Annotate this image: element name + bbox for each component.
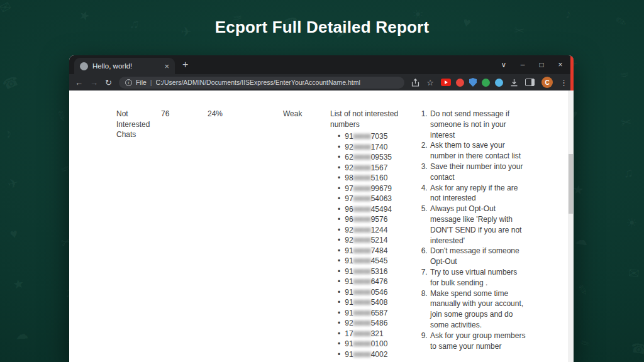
masked-digits: 88888	[353, 152, 371, 163]
tab-favicon-icon	[80, 62, 88, 70]
phone-number-item: 968888845494	[338, 204, 420, 215]
tip-item: Always put Opt-Out message like 'Reply w…	[430, 204, 526, 246]
scrollbar-thumb[interactable]	[569, 154, 573, 214]
phone-number-item: 91888886476	[338, 277, 420, 287]
phone-number-item: 91888887035	[338, 131, 420, 142]
numbers-column: List of not interested numbers 918888870…	[330, 109, 420, 359]
phone-number-item: 91888886587	[338, 308, 420, 319]
row-percent-cell: 24%	[208, 109, 283, 119]
phone-number-item: 91888884002	[338, 349, 420, 360]
masked-digits: 88888	[353, 339, 371, 349]
masked-digits: 88888	[353, 266, 371, 277]
phone-number-item: 628888809535	[338, 152, 420, 163]
green-extension-icon[interactable]	[482, 79, 490, 87]
new-tab-button[interactable]: +	[175, 55, 196, 74]
masked-digits: 88888	[353, 194, 371, 204]
bookmark-star-icon[interactable]: ☆	[426, 79, 434, 87]
masked-digits: 88888	[353, 142, 371, 153]
address-bar[interactable]: i File | C:/Users/ADMIN/Documents/IISExp…	[119, 77, 404, 89]
downloads-icon[interactable]	[510, 79, 518, 87]
phone-number-item: 91888880100	[338, 339, 420, 349]
url-scheme-label: File	[136, 79, 147, 86]
phone-number-item: 92888885486	[338, 318, 420, 329]
numbers-list-title: List of not interested numbers	[330, 109, 409, 129]
tab-close-button[interactable]: ×	[164, 62, 169, 70]
masked-digits: 88888	[353, 184, 371, 194]
masked-digits: 88888	[353, 173, 371, 184]
tab-title: Hello, world!	[92, 62, 160, 70]
phone-number-item: 91888884545	[338, 256, 420, 266]
masked-digits: 88888	[353, 318, 371, 329]
page-title: Ecport Full Detailed Report	[0, 18, 644, 37]
phone-number-item: 92888881567	[338, 163, 420, 173]
close-button[interactable]: ×	[551, 60, 570, 69]
phone-number-item: 91888885316	[338, 266, 420, 277]
reload-button[interactable]: ↻	[105, 79, 112, 87]
row-label-cell: Not Interested Chats	[116, 109, 161, 140]
back-button[interactable]: ←	[75, 79, 83, 87]
phone-number-item: 92888881740	[338, 142, 420, 153]
tips-list: Do not send message if someone is not in…	[420, 109, 526, 351]
forward-button[interactable]: →	[90, 79, 98, 87]
profile-avatar[interactable]: C	[541, 77, 553, 88]
tip-item: Don't message if someone Opt-Out	[430, 246, 526, 267]
page-info-icon[interactable]: i	[125, 79, 132, 86]
phone-number-item: 91888887484	[338, 246, 420, 256]
masked-digits: 88888	[353, 235, 371, 246]
browser-window: Hello, world! × + ∨ – □ × ← → ↻ i File |…	[69, 55, 574, 362]
masked-digits: 88888	[353, 163, 371, 173]
numbers-list: 9188888703592888881740628888809535928888…	[330, 131, 420, 359]
row-count-cell: 76	[161, 109, 208, 119]
maximize-button[interactable]: □	[532, 60, 551, 69]
row-strength-cell: Weak	[283, 109, 330, 119]
phone-number-item: 978888854063	[338, 194, 420, 204]
browser-toolbar: ← → ↻ i File | C:/Users/ADMIN/Documents/…	[69, 74, 574, 90]
report-page: Not Interested Chats 76 24% Weak List of…	[69, 90, 574, 362]
masked-digits: 88888	[353, 225, 371, 236]
phone-number-item: 96888889576	[338, 214, 420, 225]
extensions-cluster	[441, 78, 503, 87]
tip-item: Try to use virtual numbers for bulk send…	[430, 267, 526, 288]
masked-digits: 88888	[353, 246, 371, 256]
masked-digits: 88888	[353, 349, 371, 360]
phone-number-item: 978888899679	[338, 184, 420, 194]
teal-extension-icon[interactable]	[495, 79, 503, 87]
side-panel-icon[interactable]	[525, 79, 535, 86]
phone-number-item: 92888881244	[338, 225, 420, 236]
tips-column: Do not send message if someone is not in…	[420, 109, 526, 351]
masked-digits: 88888	[353, 329, 371, 339]
red-edge-strip	[570, 55, 574, 90]
phone-number-item: 98888885160	[338, 173, 420, 184]
red-extension-icon[interactable]	[456, 79, 464, 87]
phone-number-item: 91888885408	[338, 297, 420, 308]
masked-digits: 88888	[353, 214, 371, 225]
phone-number-item: 1788888321	[338, 329, 420, 339]
url-separator: |	[150, 79, 152, 86]
page-scrollbar[interactable]	[568, 90, 574, 362]
tip-item: Ask them to save your number in there co…	[430, 140, 526, 162]
masked-digits: 88888	[353, 297, 371, 308]
browser-menu-icon[interactable]: ⋮	[560, 79, 568, 87]
window-chevron-button[interactable]: ∨	[494, 60, 513, 69]
row-label: Not Interested Chats	[116, 109, 154, 140]
browser-tab[interactable]: Hello, world! ×	[74, 58, 175, 74]
tip-item: Ask for your group members to same your …	[430, 331, 526, 352]
url-text: C:/Users/ADMIN/Documents/IISExpress/Ente…	[156, 79, 360, 86]
masked-digits: 88888	[353, 204, 371, 215]
share-icon[interactable]	[411, 79, 419, 87]
masked-digits: 88888	[353, 256, 371, 266]
tab-strip: Hello, world! × + ∨ – □ ×	[69, 55, 574, 74]
masked-digits: 88888	[353, 131, 371, 142]
window-controls: ∨ – □ ×	[494, 55, 570, 74]
shield-extension-icon[interactable]	[469, 78, 477, 87]
masked-digits: 88888	[353, 287, 371, 298]
youtube-extension-icon[interactable]	[441, 79, 451, 86]
phone-number-item: 92888885214	[338, 235, 420, 246]
masked-digits: 88888	[353, 308, 371, 319]
tip-item: Make spend some time manually with your …	[430, 288, 526, 331]
tip-item: Save their number into your contact	[430, 162, 526, 183]
masked-digits: 88888	[353, 277, 371, 287]
tip-item: Do not send message if someone is not in…	[430, 109, 526, 140]
minimize-button[interactable]: –	[513, 60, 532, 69]
tip-item: Ask for any reply if the are not interes…	[430, 183, 526, 204]
